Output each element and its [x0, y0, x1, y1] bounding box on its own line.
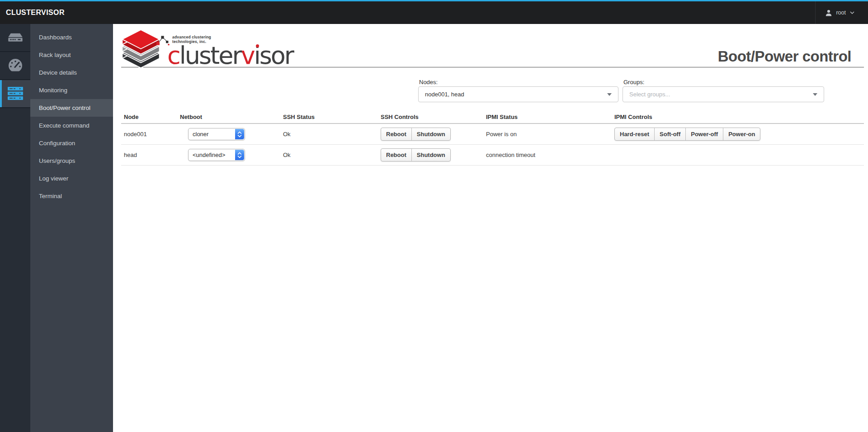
power-off-button[interactable]: Power-off [686, 128, 723, 140]
filters-bar: Nodes: node001, head Groups: Select grou… [121, 67, 864, 110]
sidebar-menu: Dashboards Rack layout Device details Mo… [30, 24, 113, 432]
netboot-select[interactable]: cloner [188, 128, 245, 140]
sidebar-item-device-details[interactable]: Device details [30, 64, 113, 81]
netboot-select-value: <undefined> [193, 152, 225, 158]
netboot-select-value: cloner [193, 131, 208, 138]
nodes-field: Nodes: node001, head [418, 67, 618, 110]
nodes-label: Nodes: [419, 79, 438, 85]
sidebar-item-execute-command[interactable]: Execute command [30, 117, 113, 134]
gauge-icon [7, 58, 24, 73]
sidebar-item-configuration[interactable]: Configuration [30, 134, 113, 152]
logo-wordmark: clustervisor [167, 44, 293, 67]
chevron-down-icon [850, 11, 854, 14]
netboot-cell: <undefined> [177, 145, 280, 166]
groups-select-placeholder: Select groups... [629, 91, 670, 98]
page-header: advanced clustering technologies, inc. c… [121, 24, 864, 67]
sidebar-tile-dashboard[interactable] [0, 52, 30, 80]
ssh-controls-group: Reboot Shutdown [381, 148, 451, 161]
node-name-cell: head [121, 145, 177, 166]
ipmi-status-cell: connection timeout [483, 145, 612, 166]
sidebar-item-terminal[interactable]: Terminal [30, 187, 113, 205]
user-name: root [836, 9, 846, 16]
ipmi-status-cell: Power is on [483, 124, 612, 145]
ssh-controls-group: Reboot Shutdown [381, 128, 451, 141]
hard-reset-button[interactable]: Hard-reset [615, 128, 655, 140]
sidebar-tile-boot-power[interactable] [0, 80, 30, 108]
logo-text: advanced clustering technologies, inc. c… [167, 29, 293, 69]
ipmi-controls-group: Hard-reset Soft-off Power-off Power-on [614, 128, 760, 141]
netboot-select[interactable]: <undefined> [188, 149, 245, 161]
sidebar-item-users-groups[interactable]: Users/groups [30, 152, 113, 170]
sidebar-item-boot-power-control[interactable]: Boot/Power control [30, 99, 113, 117]
groups-label: Groups: [623, 79, 644, 85]
topbar: CLUSTERVISOR root [0, 0, 868, 24]
dropdown-arrow-icon [607, 93, 612, 96]
netboot-cell: cloner [177, 124, 280, 145]
rack-icon [7, 87, 24, 100]
clustervisor-logo: advanced clustering technologies, inc. c… [119, 29, 293, 69]
sidebar-item-log-viewer[interactable]: Log viewer [30, 170, 113, 187]
shutdown-button[interactable]: Shutdown [412, 149, 450, 161]
col-header-node: Node [121, 110, 177, 124]
nodes-select[interactable]: node001, head [418, 86, 618, 102]
ssh-status-cell: Ok [280, 124, 378, 145]
shutdown-button[interactable]: Shutdown [412, 128, 450, 140]
icon-rail [0, 24, 30, 432]
page-title: Boot/Power control [718, 48, 851, 65]
ssh-status-cell: Ok [280, 145, 378, 166]
groups-field: Groups: Select groups... [623, 67, 824, 110]
dropdown-arrow-icon [813, 93, 817, 96]
ipmi-controls-cell-empty [612, 145, 864, 166]
nodes-table: Node Netboot SSH Status SSH Controls IPM… [121, 110, 864, 166]
select-spinner-icon [235, 129, 244, 139]
main-content: advanced clustering technologies, inc. c… [113, 24, 868, 432]
reboot-button[interactable]: Reboot [381, 149, 412, 161]
ssh-controls-cell: Reboot Shutdown [378, 145, 483, 166]
nodes-select-value: node001, head [425, 91, 464, 98]
col-header-ipmi-status: IPMI Status [483, 110, 612, 124]
sidebar-item-monitoring[interactable]: Monitoring [30, 81, 113, 99]
user-menu[interactable]: root [815, 1, 868, 24]
sidebar-tile-devices[interactable] [0, 24, 30, 52]
user-icon [826, 9, 832, 16]
select-spinner-icon [235, 150, 244, 160]
brand-title: CLUSTERVISOR [6, 9, 65, 17]
groups-select[interactable]: Select groups... [623, 86, 824, 102]
ipmi-controls-cell: Hard-reset Soft-off Power-off Power-on [612, 124, 864, 145]
soft-off-button[interactable]: Soft-off [655, 128, 686, 140]
sidebar-item-dashboards[interactable]: Dashboards [30, 28, 113, 46]
reboot-button[interactable]: Reboot [381, 128, 412, 140]
power-on-button[interactable]: Power-on [723, 128, 760, 140]
col-header-netboot: Netboot [177, 110, 280, 124]
col-header-ipmi-controls: IPMI Controls [612, 110, 864, 124]
node-name-cell: node001 [121, 124, 177, 145]
sidebar-item-rack-layout[interactable]: Rack layout [30, 46, 113, 64]
ssh-controls-cell: Reboot Shutdown [378, 124, 483, 145]
col-header-ssh-status: SSH Status [280, 110, 378, 124]
col-header-ssh-controls: SSH Controls [378, 110, 483, 124]
server-icon [7, 32, 24, 43]
